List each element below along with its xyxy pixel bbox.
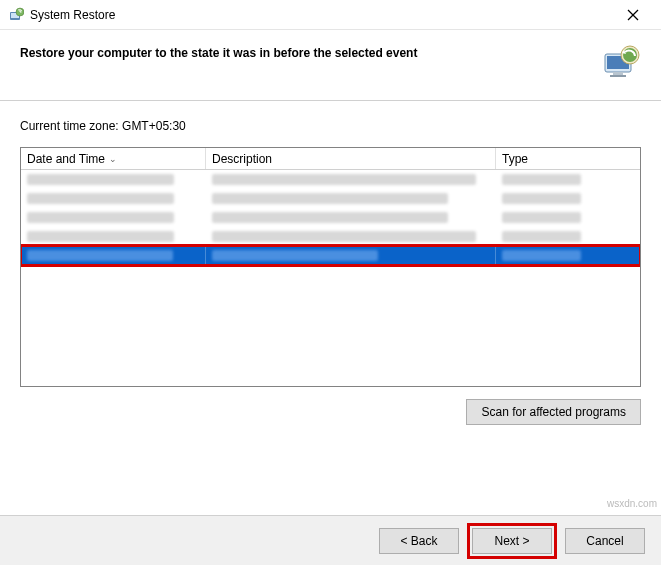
page-heading: Restore your computer to the state it wa… (20, 42, 591, 60)
column-desc-label: Description (212, 152, 272, 166)
svg-rect-7 (613, 72, 623, 75)
column-date[interactable]: Date and Time ⌄ (21, 148, 206, 169)
table-row[interactable] (21, 227, 640, 246)
scan-affected-button[interactable]: Scan for affected programs (466, 399, 641, 425)
table-row-empty (21, 303, 640, 322)
header: Restore your computer to the state it wa… (0, 30, 661, 100)
close-button[interactable] (613, 1, 653, 29)
svg-rect-8 (610, 75, 626, 77)
table-row-empty (21, 322, 640, 341)
table-header: Date and Time ⌄ Description Type (21, 148, 640, 170)
sort-desc-icon: ⌄ (109, 154, 117, 164)
scan-row: Scan for affected programs (20, 387, 641, 425)
column-description[interactable]: Description (206, 148, 496, 169)
watermark: wsxdn.com (607, 498, 657, 509)
next-highlight: Next > (467, 523, 557, 559)
column-type[interactable]: Type (496, 148, 640, 169)
table-row-empty (21, 341, 640, 360)
back-button[interactable]: < Back (379, 528, 459, 554)
table-row[interactable] (21, 170, 640, 189)
table-row[interactable] (21, 208, 640, 227)
table-row-empty (21, 284, 640, 303)
column-type-label: Type (502, 152, 528, 166)
restore-monitor-icon (601, 42, 641, 82)
footer: < Back Next > Cancel (0, 515, 661, 565)
cancel-button[interactable]: Cancel (565, 528, 645, 554)
titlebar: System Restore (0, 0, 661, 30)
table-row[interactable] (21, 189, 640, 208)
system-restore-icon (8, 7, 24, 23)
content-panel: Current time zone: GMT+05:30 Date and Ti… (0, 100, 661, 435)
table-row-selected[interactable] (21, 246, 640, 265)
restore-points-table[interactable]: Date and Time ⌄ Description Type (20, 147, 641, 387)
column-date-label: Date and Time (27, 152, 105, 166)
timezone-label: Current time zone: GMT+05:30 (20, 119, 641, 133)
table-row-empty (21, 265, 640, 284)
table-body (21, 170, 640, 387)
next-button[interactable]: Next > (472, 528, 552, 554)
window-title: System Restore (30, 8, 613, 22)
